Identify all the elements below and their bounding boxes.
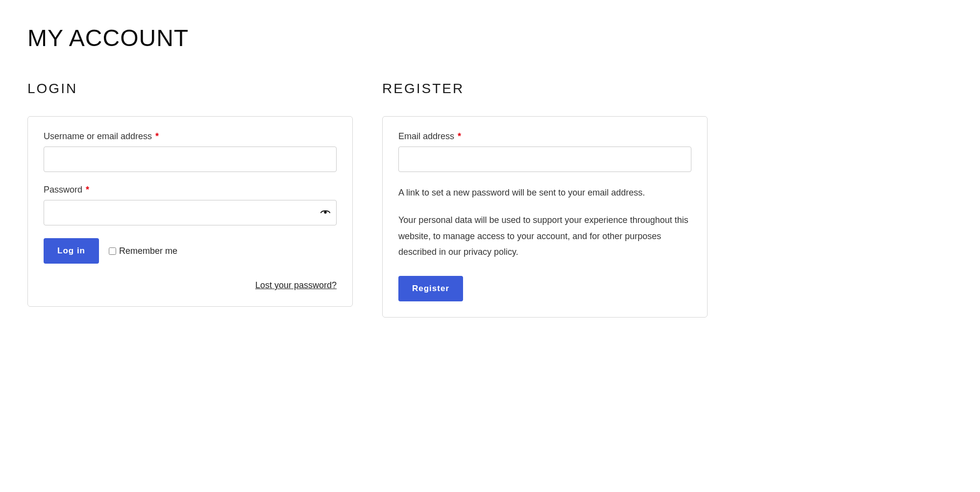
page-title: MY ACCOUNT <box>27 25 708 51</box>
register-column: REGISTER Email address * A link to set a… <box>382 81 708 318</box>
register-email-row: Email address * <box>398 131 691 172</box>
username-label: Username or email address * <box>44 131 337 142</box>
register-button-row: Register <box>398 276 691 301</box>
lost-password-link[interactable]: Lost your password? <box>255 280 337 290</box>
password-wrap <box>44 200 337 225</box>
eye-icon[interactable] <box>320 209 331 216</box>
login-heading: LOGIN <box>27 81 353 97</box>
username-label-text: Username or email address <box>44 131 152 141</box>
password-row: Password * <box>44 185 337 225</box>
username-row: Username or email address * <box>44 131 337 172</box>
register-button[interactable]: Register <box>398 276 463 301</box>
register-email-label: Email address * <box>398 131 691 142</box>
register-email-input[interactable] <box>398 147 691 172</box>
register-heading: REGISTER <box>382 81 708 97</box>
login-button[interactable]: Log in <box>44 238 99 264</box>
login-column: LOGIN Username or email address * Passwo… <box>27 81 353 318</box>
login-panel: Username or email address * Password * <box>27 116 353 307</box>
register-panel: Email address * A link to set a new pass… <box>382 116 708 318</box>
register-email-label-text: Email address <box>398 131 454 141</box>
required-mark: * <box>458 131 461 141</box>
lost-password-row: Lost your password? <box>44 280 337 291</box>
password-label-text: Password <box>44 185 82 195</box>
remember-me-label[interactable]: Remember me <box>109 246 177 256</box>
register-info-1: A link to set a new password will be sen… <box>398 185 691 200</box>
remember-me-text: Remember me <box>119 246 177 256</box>
required-mark: * <box>86 185 89 195</box>
login-actions: Log in Remember me <box>44 238 337 264</box>
svg-point-0 <box>324 211 326 214</box>
account-page: MY ACCOUNT LOGIN Username or email addre… <box>0 0 735 342</box>
remember-me-checkbox[interactable] <box>109 247 116 255</box>
password-input[interactable] <box>44 200 337 225</box>
columns: LOGIN Username or email address * Passwo… <box>27 81 708 318</box>
required-mark: * <box>155 131 159 141</box>
password-label: Password * <box>44 185 337 195</box>
register-info-2: Your personal data will be used to suppo… <box>398 212 691 260</box>
username-input[interactable] <box>44 147 337 172</box>
